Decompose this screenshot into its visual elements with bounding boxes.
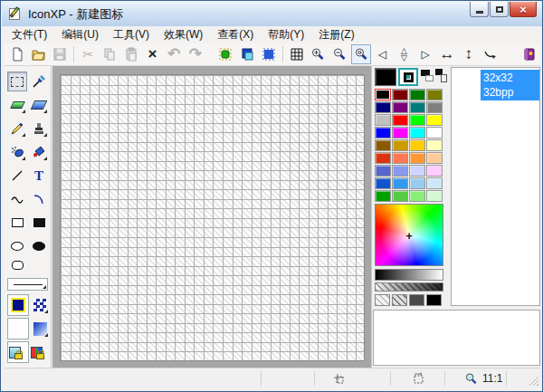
close-button[interactable]: × xyxy=(510,2,537,17)
stamp-tool-button[interactable] xyxy=(29,119,49,139)
palette-swatch[interactable] xyxy=(426,101,443,113)
foreground-color-swatch[interactable] xyxy=(375,68,396,86)
palette-swatch[interactable] xyxy=(392,177,408,189)
title-bar[interactable]: IconXP - 新建图标 × xyxy=(2,2,543,26)
palette-swatch[interactable] xyxy=(375,177,391,189)
alpha-gradient-bar[interactable] xyxy=(375,282,443,292)
color-picker-tool-button[interactable] xyxy=(29,72,49,91)
palette-swatch[interactable] xyxy=(392,114,408,126)
palette-swatch[interactable] xyxy=(409,127,425,139)
fill-tool-button[interactable] xyxy=(29,142,49,162)
smooth-button[interactable] xyxy=(259,44,279,64)
flip-horizontal-button[interactable]: ↔ xyxy=(437,44,457,64)
palette-swatch[interactable] xyxy=(375,139,391,151)
palette-swatch[interactable] xyxy=(392,165,408,177)
gradient-mode-button[interactable] xyxy=(30,319,50,339)
menu-item[interactable]: 效果(W) xyxy=(157,25,210,44)
alpha-swatch-100[interactable] xyxy=(426,294,442,306)
default-colors-button[interactable] xyxy=(435,68,447,82)
palette-swatch[interactable] xyxy=(392,89,408,100)
filled-rectangle-tool-button[interactable] xyxy=(29,213,49,233)
color-depth-button[interactable] xyxy=(237,44,257,64)
palette-swatch[interactable] xyxy=(375,89,391,100)
format-list[interactable]: 32x32 32bpp xyxy=(451,67,540,306)
test-icon-button[interactable] xyxy=(216,44,236,64)
palette-swatch[interactable] xyxy=(426,165,443,177)
palette-swatch[interactable] xyxy=(392,152,408,164)
alpha-swatch-25[interactable] xyxy=(375,294,390,306)
shift-right-button[interactable]: ▷ xyxy=(415,44,435,64)
shift-left-button[interactable]: ◁ xyxy=(373,44,393,64)
palette-swatch[interactable] xyxy=(426,89,443,100)
transparent-color-button[interactable] xyxy=(398,68,418,86)
palette-swatch[interactable] xyxy=(409,190,425,202)
palette-swatch[interactable] xyxy=(409,89,425,100)
text-tool-button[interactable]: T xyxy=(29,166,49,186)
undo-button[interactable]: ↶ xyxy=(164,44,184,64)
redo-button[interactable]: ↷ xyxy=(186,44,205,64)
filled-ellipse-tool-button[interactable] xyxy=(29,236,49,256)
line-tool-button[interactable] xyxy=(7,166,27,186)
zoom-auto-button[interactable] xyxy=(351,44,371,64)
palette-swatch[interactable] xyxy=(409,177,425,189)
menu-item[interactable]: 注册(Z) xyxy=(311,25,361,44)
dither-mode-button[interactable] xyxy=(30,295,50,315)
palette-swatch[interactable] xyxy=(409,114,425,126)
zoom-out-button[interactable] xyxy=(329,44,349,64)
select-tool-button[interactable] xyxy=(7,72,27,91)
flip-vertical-button[interactable]: ↕ xyxy=(459,44,479,64)
cut-button[interactable]: ✂ xyxy=(78,44,98,64)
delete-button[interactable]: × xyxy=(142,44,162,64)
palette-swatch[interactable] xyxy=(426,152,443,164)
help-button[interactable] xyxy=(519,44,539,64)
palette-swatch[interactable] xyxy=(426,139,443,151)
alpha-swatch-50[interactable] xyxy=(392,294,407,306)
rotate-button[interactable] xyxy=(481,44,500,64)
resize-grip[interactable] xyxy=(528,375,538,386)
palette-swatch[interactable] xyxy=(392,190,408,202)
palette-swatch[interactable] xyxy=(409,165,425,177)
palette-swatch[interactable] xyxy=(392,127,408,139)
grayscale-bar[interactable] xyxy=(375,269,443,281)
palette-swatch[interactable] xyxy=(375,190,391,202)
arc-tool-button[interactable] xyxy=(29,189,49,209)
rounded-rectangle-tool-button[interactable] xyxy=(7,257,27,273)
palette-swatch[interactable] xyxy=(426,190,443,202)
icon-canvas[interactable] xyxy=(60,74,365,361)
open-button[interactable] xyxy=(29,44,49,64)
eraser-small-tool-button[interactable] xyxy=(7,95,27,115)
minimize-button[interactable] xyxy=(470,2,489,17)
new-button[interactable] xyxy=(7,44,27,64)
save-button[interactable] xyxy=(51,44,71,64)
menu-item[interactable]: 编辑(U) xyxy=(54,25,106,44)
menu-item[interactable]: 查看(X) xyxy=(210,25,261,44)
lock-transparency-button[interactable] xyxy=(9,347,25,363)
shift-up-down-button[interactable]: △▽ xyxy=(395,44,414,64)
paste-button[interactable] xyxy=(121,44,141,64)
palette-swatch[interactable] xyxy=(409,152,425,164)
color-picker-field[interactable]: + xyxy=(375,204,443,266)
palette-swatch[interactable] xyxy=(426,177,443,189)
palette-swatch[interactable] xyxy=(375,114,391,126)
menu-item[interactable]: 工具(V) xyxy=(106,25,157,44)
pencil-tool-button[interactable] xyxy=(7,119,27,139)
palette-swatch[interactable] xyxy=(409,139,425,151)
secondary-color-well[interactable] xyxy=(7,318,29,339)
lock-colors-button[interactable] xyxy=(31,347,47,363)
palette-swatch[interactable] xyxy=(375,165,391,177)
line-width-selector[interactable] xyxy=(7,278,48,291)
palette-swatch[interactable] xyxy=(375,152,391,164)
rectangle-tool-button[interactable] xyxy=(7,213,27,233)
grid-button[interactable] xyxy=(287,44,307,64)
palette-swatch[interactable] xyxy=(426,127,443,139)
palette-swatch[interactable] xyxy=(375,101,391,113)
eraser-large-tool-button[interactable] xyxy=(29,95,49,115)
palette-swatch[interactable] xyxy=(392,101,408,113)
maximize-button[interactable] xyxy=(490,2,509,17)
copy-button[interactable] xyxy=(100,44,119,64)
palette-swatch[interactable] xyxy=(409,101,425,113)
ellipse-tool-button[interactable] xyxy=(7,236,27,256)
menu-item[interactable]: 帮助(Y) xyxy=(261,25,311,44)
swap-colors-button[interactable] xyxy=(421,68,433,82)
airbrush-tool-button[interactable] xyxy=(7,142,27,162)
